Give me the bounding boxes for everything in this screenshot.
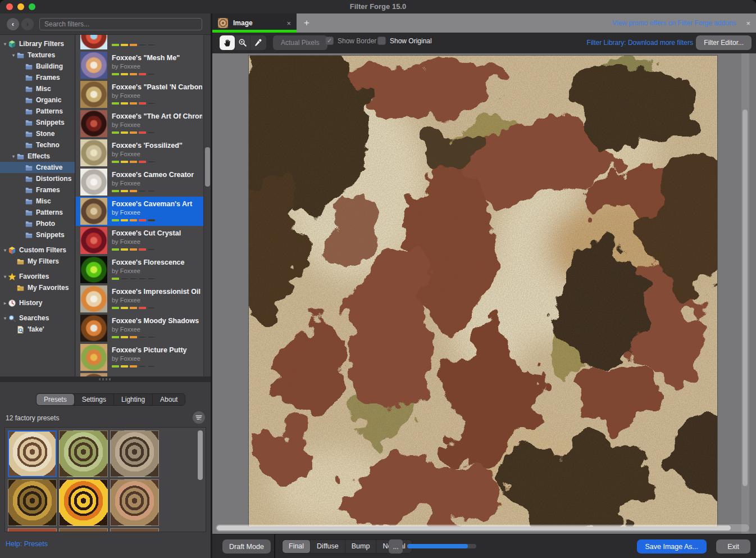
tree-item[interactable]: Stone — [0, 128, 75, 139]
preset-thumbnail[interactable] — [59, 528, 108, 532]
canvas-vertical-scrollbar[interactable] — [741, 53, 749, 534]
filter-list-item[interactable]: Foxxee's "Mesh Me" by Foxxee — [76, 51, 203, 80]
filter-name: Foxxee's "The Art Of Chrome" — [112, 112, 202, 120]
scrollbar-thumb[interactable] — [198, 430, 203, 480]
tree-item[interactable]: My Favorites — [0, 282, 75, 293]
promo-close-icon[interactable]: × — [746, 19, 750, 28]
presets-sort-button[interactable] — [193, 411, 205, 424]
rendered-image[interactable] — [249, 56, 717, 527]
rating-segment — [139, 248, 146, 251]
tree-item[interactable]: ▾ Favorites — [0, 271, 75, 282]
tab-about[interactable]: About — [152, 394, 185, 405]
preset-grid-scrollbar[interactable] — [197, 429, 204, 530]
preset-thumbnail[interactable] — [8, 430, 57, 477]
channel-bump[interactable]: Bump — [345, 540, 376, 553]
tree-item[interactable]: Creative — [0, 162, 75, 173]
filter-list-item[interactable]: Foxxee's Caveman's Art by Foxxee — [76, 197, 203, 226]
tree-item[interactable]: 'fake' — [0, 324, 75, 335]
search-input[interactable] — [39, 18, 202, 30]
more-channels-button[interactable]: ... — [389, 539, 403, 554]
channel-diffuse[interactable]: Diffuse — [310, 540, 345, 553]
promo-offers-link[interactable]: View promo offers on Filter Forge addons — [612, 19, 736, 27]
tree-item[interactable]: ▾ Searches — [0, 312, 75, 324]
filter-editor-button[interactable]: Filter Editor... — [696, 35, 752, 50]
tab-lighting[interactable]: Lighting — [113, 394, 152, 405]
preset-thumbnail[interactable] — [8, 479, 57, 526]
filter-list-item[interactable]: Foxxee's Picture Putty by Foxxee — [76, 343, 203, 372]
tree-item[interactable]: Building — [0, 61, 75, 72]
new-tab-button[interactable]: + — [298, 13, 316, 33]
disclosure-triangle-icon[interactable]: ▸ — [2, 301, 8, 306]
filter-list-item[interactable] — [76, 35, 203, 51]
tree-item[interactable]: Misc — [0, 196, 75, 207]
tab-presets[interactable]: Presets — [37, 394, 74, 405]
preset-thumbnail[interactable] — [8, 528, 57, 532]
tree-item-label: My Favorites — [28, 284, 69, 292]
actual-pixels-button[interactable]: Actual Pixels — [273, 35, 327, 50]
tree-item[interactable]: Snippets — [0, 117, 75, 128]
scrollbar-thumb[interactable] — [217, 525, 731, 530]
preset-thumbnail[interactable] — [110, 479, 159, 526]
disclosure-triangle-icon[interactable]: ▾ — [2, 316, 8, 321]
tree-item[interactable]: ▾ Effects — [0, 151, 75, 162]
preset-thumbnail[interactable] — [110, 430, 159, 477]
zoom-tool-button[interactable] — [235, 35, 250, 50]
filter-list-scrollbar[interactable] — [203, 35, 211, 376]
forward-button[interactable]: › — [21, 18, 34, 30]
filter-list-item[interactable]: Foxxee's Moody Shadows by Foxxee — [76, 314, 203, 343]
save-image-as-button[interactable]: Save Image As... — [637, 539, 707, 554]
panel-splitter[interactable] — [0, 376, 211, 382]
close-tab-icon[interactable]: × — [286, 20, 291, 27]
disclosure-triangle-icon[interactable]: ▾ — [2, 248, 8, 253]
tree-item[interactable]: Organic — [0, 94, 75, 106]
draft-mode-button[interactable]: Draft Mode — [222, 539, 271, 554]
preset-thumbnail[interactable] — [110, 528, 159, 532]
tree-item[interactable]: ▾ Textures — [0, 49, 75, 61]
show-border-label: Show Border — [338, 37, 376, 45]
tree-item[interactable]: Patterns — [0, 106, 75, 117]
filter-list-item[interactable]: Foxxee's Cut Crystal by Foxxee — [76, 226, 203, 255]
filter-list-item[interactable]: Foxxee's Impressionist Oil P... by Foxxe… — [76, 284, 203, 314]
scrollbar-thumb[interactable] — [743, 110, 748, 486]
canvas-horizontal-scrollbar[interactable] — [216, 524, 749, 532]
preset-thumbnail[interactable] — [59, 430, 108, 477]
disclosure-triangle-icon[interactable]: ▾ — [2, 42, 8, 47]
tree-item[interactable]: ▸ History — [0, 297, 75, 309]
filter-list-item[interactable]: Foxxee's "The Art Of Chrome" by Foxxee — [76, 109, 203, 138]
checkbox-unchecked-icon[interactable] — [377, 37, 386, 45]
rating-segment — [121, 365, 128, 368]
tree-item[interactable]: ▾ Library Filters — [0, 38, 75, 49]
filter-list-item[interactable]: Foxxee's Cameo Creator by Foxxee — [76, 167, 203, 197]
filter-library-link[interactable]: Filter Library: Download more filters — [587, 39, 693, 47]
checkbox-checked-icon[interactable]: ✓ — [325, 37, 334, 45]
filter-list-item[interactable]: Foxxee's "Pastel 'N Carbon P... by Foxxe… — [76, 80, 203, 109]
filter-list-item[interactable] — [76, 372, 203, 376]
disclosure-triangle-icon[interactable]: ▾ — [11, 53, 16, 58]
exit-button[interactable]: Exit — [716, 539, 750, 554]
tree-item[interactable]: My Filters — [0, 256, 75, 267]
scrollbar-thumb[interactable] — [205, 147, 210, 187]
back-button[interactable]: ‹ — [7, 18, 19, 30]
hand-tool-button[interactable] — [220, 35, 235, 50]
tree-item[interactable]: Distortions — [0, 173, 75, 184]
tree-item[interactable]: Techno — [0, 139, 75, 151]
preset-thumbnail[interactable] — [59, 479, 108, 526]
help-presets-link[interactable]: Help: Presets — [6, 540, 48, 548]
tree-item[interactable]: Frames — [0, 184, 75, 196]
tab-settings[interactable]: Settings — [74, 394, 113, 405]
filter-list-item[interactable]: Foxxee's Florescence by Foxxee — [76, 255, 203, 284]
show-original-checkbox[interactable]: Show Original — [377, 37, 432, 45]
tree-item[interactable]: Misc — [0, 83, 75, 94]
tree-item[interactable]: Frames — [0, 72, 75, 83]
tree-item[interactable]: Snippets — [0, 229, 75, 241]
tree-item[interactable]: Patterns — [0, 207, 75, 218]
eyedropper-tool-button[interactable] — [250, 35, 265, 50]
filter-list-item[interactable]: Foxxee's 'Fossilized'' by Foxxee — [76, 138, 203, 167]
disclosure-triangle-icon[interactable]: ▾ — [11, 154, 16, 159]
channel-final[interactable]: Final — [283, 540, 310, 553]
tree-item[interactable]: Photo — [0, 218, 75, 229]
rating-segment — [130, 73, 137, 75]
disclosure-triangle-icon[interactable]: ▾ — [2, 274, 8, 279]
tree-item[interactable]: ▾ Custom Filters — [0, 244, 75, 256]
show-border-checkbox[interactable]: ✓ Show Border — [325, 37, 376, 45]
